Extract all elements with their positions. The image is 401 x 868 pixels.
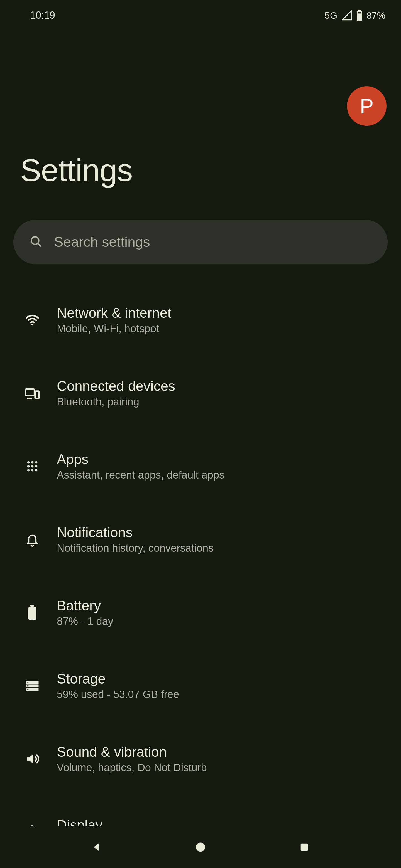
settings-item-subtitle: Mobile, Wi-Fi, hotspot bbox=[57, 323, 171, 335]
svg-point-15 bbox=[27, 469, 30, 471]
wifi-icon bbox=[19, 312, 46, 328]
storage-icon bbox=[19, 678, 46, 693]
svg-point-12 bbox=[27, 465, 30, 467]
nav-home-button[interactable] bbox=[184, 831, 217, 864]
svg-point-23 bbox=[27, 681, 29, 683]
search-icon bbox=[29, 235, 43, 250]
search-placeholder: Search settings bbox=[54, 234, 150, 250]
settings-item-subtitle: 87% - 1 day bbox=[57, 615, 113, 627]
settings-item-storage[interactable]: Storage 59% used - 53.07 GB free bbox=[13, 649, 388, 722]
brightness-icon bbox=[19, 824, 46, 827]
devices-icon bbox=[19, 385, 46, 401]
page-title: Settings bbox=[20, 152, 133, 188]
settings-item-title: Apps bbox=[57, 451, 225, 467]
svg-point-11 bbox=[35, 461, 37, 464]
svg-point-25 bbox=[27, 689, 29, 690]
settings-item-apps[interactable]: Apps Assistant, recent apps, default app… bbox=[13, 430, 388, 503]
settings-item-subtitle: 59% used - 53.07 GB free bbox=[57, 688, 179, 701]
status-bar: 10:19 5G 87% bbox=[0, 0, 401, 31]
settings-item-battery[interactable]: Battery 87% - 1 day bbox=[13, 576, 388, 649]
status-time: 10:19 bbox=[30, 9, 55, 21]
battery-icon bbox=[356, 10, 363, 21]
volume-icon bbox=[19, 751, 46, 767]
svg-point-9 bbox=[27, 461, 30, 464]
settings-item-display[interactable]: Display Dark theme, font size, brightnes… bbox=[13, 796, 388, 826]
settings-item-title: Sound & vibration bbox=[57, 744, 207, 760]
content-area: P Settings Search settings Network & int… bbox=[0, 31, 401, 826]
nav-recents-button[interactable] bbox=[288, 831, 321, 864]
nav-back-button[interactable] bbox=[80, 831, 113, 864]
svg-rect-7 bbox=[35, 391, 39, 398]
settings-item-subtitle: Notification history, conversations bbox=[57, 542, 213, 554]
svg-rect-19 bbox=[28, 607, 36, 620]
apps-icon bbox=[19, 460, 46, 473]
battery-icon bbox=[19, 605, 46, 620]
svg-point-16 bbox=[31, 469, 34, 471]
svg-point-13 bbox=[31, 465, 34, 467]
settings-item-title: Network & internet bbox=[57, 305, 171, 321]
svg-point-26 bbox=[196, 843, 205, 852]
avatar-initial: P bbox=[360, 94, 373, 118]
settings-item-network[interactable]: Network & internet Mobile, Wi-Fi, hotspo… bbox=[13, 283, 388, 356]
svg-point-3 bbox=[31, 237, 39, 244]
settings-item-subtitle: Bluetooth, pairing bbox=[57, 396, 175, 408]
svg-rect-0 bbox=[358, 10, 361, 11]
svg-line-4 bbox=[38, 243, 41, 247]
svg-point-5 bbox=[31, 323, 33, 326]
svg-rect-6 bbox=[26, 389, 34, 396]
bell-icon bbox=[19, 532, 46, 547]
search-bar[interactable]: Search settings bbox=[13, 220, 388, 264]
profile-avatar[interactable]: P bbox=[347, 86, 386, 126]
svg-rect-2 bbox=[357, 12, 361, 13]
settings-item-sound[interactable]: Sound & vibration Volume, haptics, Do No… bbox=[13, 722, 388, 796]
settings-item-notifications[interactable]: Notifications Notification history, conv… bbox=[13, 503, 388, 576]
svg-rect-18 bbox=[30, 605, 34, 607]
settings-item-title: Connected devices bbox=[57, 378, 175, 394]
settings-item-subtitle: Volume, haptics, Do Not Disturb bbox=[57, 762, 207, 774]
settings-item-title: Display bbox=[57, 817, 211, 826]
settings-item-title: Storage bbox=[57, 671, 179, 687]
svg-point-10 bbox=[31, 461, 34, 464]
svg-rect-27 bbox=[301, 843, 308, 851]
settings-item-title: Notifications bbox=[57, 524, 213, 540]
status-network-label: 5G bbox=[325, 10, 338, 21]
svg-point-14 bbox=[35, 465, 37, 467]
status-battery-percent: 87% bbox=[367, 10, 385, 21]
navigation-bar bbox=[0, 826, 401, 868]
signal-icon bbox=[341, 10, 352, 21]
settings-item-title: Battery bbox=[57, 597, 113, 614]
svg-point-24 bbox=[27, 685, 29, 687]
svg-point-17 bbox=[35, 469, 37, 471]
status-right: 5G 87% bbox=[325, 10, 385, 21]
settings-list: Network & internet Mobile, Wi-Fi, hotspo… bbox=[13, 283, 388, 826]
settings-item-subtitle: Assistant, recent apps, default apps bbox=[57, 469, 225, 481]
settings-item-connected-devices[interactable]: Connected devices Bluetooth, pairing bbox=[13, 356, 388, 430]
